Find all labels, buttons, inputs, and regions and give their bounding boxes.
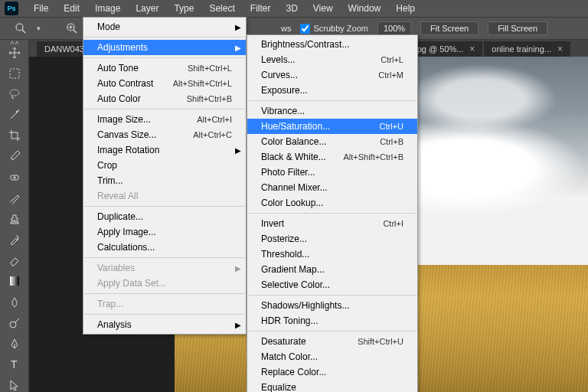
stamp-tool-icon[interactable] (6, 212, 23, 225)
menu-item-shortcut: Ctrl+I (383, 219, 403, 228)
menu-separator (248, 331, 416, 332)
menu-item-hue-saturation[interactable]: Hue/Saturation...Ctrl+U (247, 119, 417, 134)
image-menu: Mode▶Adjustments▶Auto ToneShift+Ctrl+LAu… (83, 17, 247, 335)
menu-item-reveal-all: Reveal All (83, 188, 246, 204)
menu-item-trim[interactable]: Trim... (83, 173, 246, 188)
menu-item-calculations[interactable]: Calculations... (83, 240, 246, 255)
expand-toolbar-icon[interactable] (0, 40, 28, 46)
blur-tool-icon[interactable] (6, 296, 23, 309)
menu-item-hdr-toning[interactable]: HDR Toning... (247, 313, 417, 328)
menu-item-levels[interactable]: Levels...Ctrl+L (247, 52, 417, 67)
menu-item-black-white[interactable]: Black & White...Alt+Shift+Ctrl+B (247, 149, 417, 165)
menubar-item-type[interactable]: Type (166, 0, 201, 17)
document-tab[interactable]: online training... × (484, 41, 570, 57)
menu-item-channel-mixer[interactable]: Channel Mixer... (247, 180, 417, 195)
eyedropper-tool-icon[interactable] (6, 150, 23, 163)
marquee-tool-icon[interactable] (6, 67, 23, 80)
menu-item-analysis[interactable]: Analysis▶ (83, 317, 246, 332)
scrubby-zoom-checkbox[interactable]: Scrubby Zoom (300, 24, 368, 34)
menu-item-posterize[interactable]: Posterize... (247, 231, 417, 247)
menu-item-brightness-contrast[interactable]: Brightness/Contrast... (247, 37, 417, 52)
history-brush-tool-icon[interactable] (6, 234, 23, 247)
menu-item-selective-color[interactable]: Selective Color... (247, 277, 417, 292)
menu-item-label: Color Balance... (261, 136, 326, 147)
menu-item-equalize[interactable]: Equalize (247, 380, 417, 392)
menu-item-image-rotation[interactable]: Image Rotation▶ (83, 142, 246, 158)
fit-screen-button[interactable]: Fit Screen (420, 21, 479, 35)
fill-screen-button[interactable]: Fill Screen (488, 21, 547, 35)
menu-item-vibrance[interactable]: Vibrance... (247, 103, 417, 119)
menu-item-crop[interactable]: Crop (83, 158, 246, 173)
menu-item-auto-contrast[interactable]: Auto ContrastAlt+Shift+Ctrl+L (83, 76, 246, 91)
menu-item-shortcut: Ctrl+U (380, 122, 403, 131)
menubar-item-image[interactable]: Image (87, 0, 128, 17)
svg-rect-9 (10, 69, 19, 78)
menu-item-shortcut: Alt+Shift+Ctrl+B (343, 152, 403, 162)
menu-item-gradient-map[interactable]: Gradient Map... (247, 262, 417, 277)
heal-tool-icon[interactable] (6, 171, 23, 184)
menubar-item-edit[interactable]: Edit (56, 0, 87, 17)
menu-item-shadows-highlights[interactable]: Shadows/Highlights... (247, 298, 417, 313)
menu-item-apply-image[interactable]: Apply Image... (83, 224, 246, 240)
menu-item-invert[interactable]: InvertCtrl+I (247, 216, 417, 231)
menu-item-shortcut: Shift+Ctrl+U (358, 337, 403, 346)
wand-tool-icon[interactable] (6, 109, 23, 122)
menu-item-auto-tone[interactable]: Auto ToneShift+Ctrl+L (83, 60, 246, 76)
menu-item-label: Replace Color... (261, 367, 326, 377)
menu-item-label: Equalize (261, 382, 296, 392)
menu-item-label: Hue/Saturation... (261, 121, 330, 132)
menu-item-threshold[interactable]: Threshold... (247, 247, 417, 262)
eraser-tool-icon[interactable] (6, 254, 23, 267)
menu-item-curves[interactable]: Curves...Ctrl+M (247, 67, 417, 83)
type-tool-icon[interactable]: T (6, 358, 23, 371)
menubar-item-view[interactable]: View (305, 0, 341, 17)
pen-tool-icon[interactable] (6, 337, 23, 350)
menu-separator (84, 109, 245, 109)
brush-tool-icon[interactable] (6, 191, 23, 204)
menu-item-mode[interactable]: Mode▶ (83, 19, 246, 34)
menubar-item-layer[interactable]: Layer (128, 0, 166, 17)
menubar: Ps FileEditImageLayerTypeSelectFilter3DV… (0, 0, 588, 17)
submenu-arrow-icon: ▶ (235, 44, 241, 52)
menubar-item-filter[interactable]: Filter (243, 0, 279, 17)
menu-item-label: Channel Mixer... (261, 182, 328, 193)
lasso-tool-icon[interactable] (6, 87, 23, 100)
menu-separator (84, 293, 245, 294)
menu-item-desaturate[interactable]: DesaturateShift+Ctrl+U (247, 334, 417, 349)
menu-item-shortcut: Ctrl+L (381, 55, 403, 64)
menu-item-replace-color[interactable]: Replace Color... (247, 364, 417, 380)
menu-item-color-balance[interactable]: Color Balance...Ctrl+B (247, 134, 417, 149)
menu-item-label: Brightness/Contrast... (261, 39, 349, 50)
menu-item-canvas-size[interactable]: Canvas Size...Alt+Ctrl+C (83, 127, 246, 142)
dodge-tool-icon[interactable] (6, 316, 23, 329)
crop-tool-icon[interactable] (6, 129, 23, 142)
move-tool-icon[interactable] (6, 46, 23, 59)
menu-item-image-size[interactable]: Image Size...Alt+Ctrl+I (83, 112, 246, 127)
gradient-tool-icon[interactable] (6, 275, 23, 288)
menu-item-photo-filter[interactable]: Photo Filter... (247, 165, 417, 180)
svg-line-1 (22, 30, 25, 33)
svg-point-0 (16, 24, 23, 31)
menubar-item-window[interactable]: Window (341, 0, 389, 17)
menu-item-exposure[interactable]: Exposure... (247, 83, 417, 98)
path-select-tool-icon[interactable] (6, 379, 23, 392)
menu-item-label: Auto Tone (97, 63, 139, 74)
menu-item-label: Posterize... (261, 234, 307, 244)
zoom-in-icon[interactable] (65, 21, 79, 35)
menubar-item-select[interactable]: Select (201, 0, 242, 17)
zoom-tool-icon[interactable] (14, 21, 28, 35)
chevron-down-icon[interactable]: ▾ (37, 24, 41, 32)
menu-item-shortcut: Alt+Ctrl+I (197, 115, 232, 124)
menubar-item-3d[interactable]: 3D (278, 0, 305, 17)
menu-item-adjustments[interactable]: Adjustments▶ (83, 40, 246, 55)
menu-item-color-lookup[interactable]: Color Lookup... (247, 195, 417, 211)
menubar-item-help[interactable]: Help (388, 0, 423, 17)
menu-item-label: Duplicate... (97, 211, 143, 222)
menu-item-auto-color[interactable]: Auto ColorShift+Ctrl+B (83, 91, 246, 106)
close-icon[interactable]: × (557, 44, 563, 54)
menu-item-duplicate[interactable]: Duplicate... (83, 209, 246, 224)
menu-item-match-color[interactable]: Match Color... (247, 349, 417, 364)
close-icon[interactable]: × (469, 44, 475, 54)
menubar-item-file[interactable]: File (26, 0, 56, 17)
zoom-level-input[interactable] (377, 21, 411, 35)
